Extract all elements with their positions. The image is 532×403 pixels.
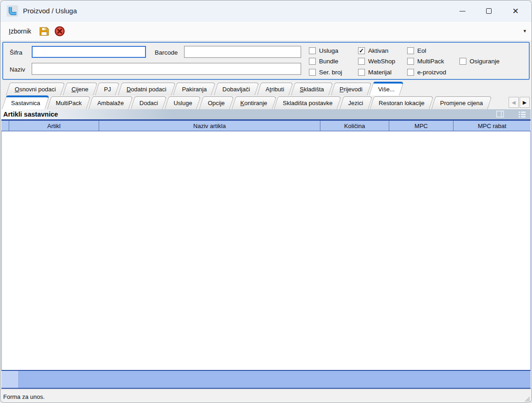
- checkbox-box: [407, 47, 414, 54]
- status-bar: Forma za unos.: [0, 389, 532, 403]
- column-artikl[interactable]: Artikl: [9, 121, 99, 131]
- grid-body: [1, 131, 531, 370]
- tab-multipack[interactable]: MultiPack: [49, 96, 89, 109]
- tab-skladista[interactable]: Skladišta: [293, 83, 331, 95]
- barcode-input[interactable]: [184, 46, 301, 58]
- resize-grip-icon[interactable]: [524, 396, 530, 402]
- tab-pj[interactable]: PJ: [97, 83, 118, 95]
- checkbox-webshop[interactable]: WebShop: [358, 58, 395, 65]
- checkbox-aktivan[interactable]: Aktivan: [358, 47, 388, 54]
- minimize-button[interactable]: [449, 3, 476, 19]
- status-text: Forma za unos.: [3, 393, 45, 400]
- save-view-icon[interactable]: [496, 111, 504, 118]
- column-naziv-artikla[interactable]: Naziv artikla: [99, 121, 320, 131]
- cancel-red-x-icon: [54, 26, 65, 37]
- checkbox-box: [309, 47, 316, 54]
- secondary-tab-strip: Sastavnica MultiPack Ambalaže Dodaci Usl…: [4, 95, 492, 109]
- tab-dodaci[interactable]: Dodaci: [133, 96, 165, 109]
- checkbox-box: [407, 69, 414, 76]
- tab-dodatni-podaci[interactable]: Dodatni podaci: [120, 83, 174, 95]
- tab-vise[interactable]: Više...: [371, 83, 402, 95]
- sifra-label: Šifra: [10, 49, 22, 56]
- tab-scroll-right-button[interactable]: ▶: [520, 97, 530, 108]
- sifra-input[interactable]: [32, 46, 146, 58]
- grid-footer-strip: [1, 370, 531, 389]
- tab-kontiranje[interactable]: Kontiranje: [234, 96, 274, 109]
- column-kolicina[interactable]: Količina: [320, 121, 389, 131]
- checkbox-box: [309, 58, 316, 65]
- checkbox-ser-broj[interactable]: Ser. broj: [309, 69, 342, 76]
- checkbox-materijal[interactable]: Materijal: [358, 69, 392, 76]
- tab-pakiranja[interactable]: Pakiranja: [175, 83, 213, 95]
- app-window: Proizvod / Usluga ✕ Izbornik ▾ Šifra: [0, 0, 532, 403]
- checkbox-bundle[interactable]: Bundle: [309, 58, 338, 65]
- checkbox-e-proizvod[interactable]: e-proizvod: [407, 69, 446, 76]
- naziv-label: Naziv: [10, 66, 25, 73]
- menu-izbornik[interactable]: Izbornik: [6, 26, 34, 37]
- list-view-icon[interactable]: [518, 111, 526, 118]
- save-button[interactable]: [39, 26, 50, 37]
- cancel-button[interactable]: [54, 26, 65, 37]
- barcode-label: Barcode: [155, 49, 178, 56]
- close-icon: ✕: [512, 7, 519, 15]
- section-title: Artikli sastavnice: [1, 111, 58, 118]
- grid-footer-indicator-cell: [1, 371, 19, 388]
- tab-restoran-lokacije[interactable]: Restoran lokacije: [372, 96, 431, 109]
- tab-promjene-cijena[interactable]: Promjene cijena: [433, 96, 490, 109]
- maximize-button[interactable]: [476, 3, 502, 19]
- tab-usluge[interactable]: Usluge: [167, 96, 199, 109]
- maximize-icon: [486, 8, 492, 14]
- tab-skladista-postavke[interactable]: Skladišta postavke: [276, 96, 339, 109]
- product-form-panel: Šifra Barcode Naziv Usluga Bundle Ser. b…: [2, 42, 530, 80]
- grid-section-header: Artikli sastavnice: [1, 109, 531, 119]
- naziv-input[interactable]: [32, 63, 301, 75]
- checkbox-box: [407, 58, 414, 65]
- checkbox-box: [459, 58, 466, 65]
- close-button[interactable]: ✕: [502, 3, 529, 19]
- menu-bar: Izbornik ▾: [0, 22, 532, 41]
- checkbox-multipack[interactable]: MultiPack: [407, 58, 444, 65]
- tab-atributi[interactable]: Atributi: [259, 83, 291, 95]
- tab-sastavnica[interactable]: Sastavnica: [4, 96, 47, 109]
- checkbox-osiguranje[interactable]: Osiguranje: [459, 58, 499, 65]
- grid-column-headers: Artikl Naziv artikla Količina MPC MPC ra…: [1, 119, 531, 131]
- tab-prijevodi[interactable]: Prijevodi: [333, 83, 370, 95]
- save-floppy-icon: [39, 26, 50, 37]
- checkbox-box: [358, 58, 365, 65]
- window-title: Proizvod / Usluga: [23, 7, 77, 15]
- checkbox-eol[interactable]: Eol: [407, 47, 426, 54]
- title-bar: Proizvod / Usluga ✕: [0, 0, 532, 22]
- chevron-left-icon: ◀: [512, 100, 515, 106]
- row-indicator-column: [1, 121, 9, 131]
- tab-ambalaze[interactable]: Ambalaže: [90, 96, 131, 109]
- tab-cijene[interactable]: Cijene: [65, 83, 95, 95]
- tab-scroll-buttons: ◀ ▶: [509, 97, 530, 108]
- tab-osnovni-podaci[interactable]: Osnovni podaci: [8, 83, 63, 95]
- column-mpc-rabat[interactable]: MPC rabat: [454, 121, 531, 131]
- toolbar-overflow-icon[interactable]: ▾: [523, 28, 526, 34]
- primary-tab-strip: Osnovni podaci Cijene PJ Dodatni podaci …: [8, 82, 403, 95]
- checkbox-box: [358, 69, 365, 76]
- checkbox-box: [358, 47, 365, 54]
- app-logo-icon: [6, 5, 18, 17]
- checkbox-box: [309, 69, 316, 76]
- checkbox-usluga[interactable]: Usluga: [309, 47, 338, 54]
- tab-scroll-left-button[interactable]: ◀: [509, 97, 519, 108]
- tab-jezici[interactable]: Jezici: [342, 96, 370, 109]
- chevron-right-icon: ▶: [523, 100, 526, 106]
- minimize-icon: [459, 11, 465, 11]
- tab-dobavljaci[interactable]: Dobavljači: [216, 83, 257, 95]
- tab-opcije[interactable]: Opcije: [201, 96, 232, 109]
- column-mpc[interactable]: MPC: [389, 121, 454, 131]
